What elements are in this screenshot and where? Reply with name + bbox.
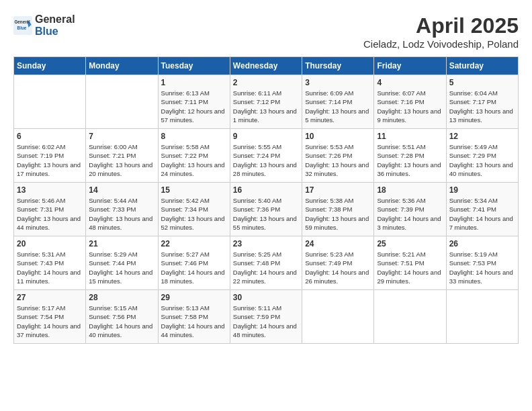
calendar-cell: 19Sunrise: 5:34 AM Sunset: 7:41 PM Dayli…	[446, 183, 518, 236]
day-info: Sunrise: 5:42 AM Sunset: 7:34 PM Dayligh…	[161, 196, 227, 232]
calendar-cell: 21Sunrise: 5:29 AM Sunset: 7:44 PM Dayli…	[86, 236, 158, 290]
day-number: 13	[17, 185, 83, 195]
calendar-cell: 26Sunrise: 5:19 AM Sunset: 7:53 PM Dayli…	[446, 236, 518, 290]
day-number: 18	[377, 185, 443, 195]
calendar-cell	[86, 75, 158, 129]
day-info: Sunrise: 5:40 AM Sunset: 7:36 PM Dayligh…	[233, 196, 299, 232]
day-info: Sunrise: 5:13 AM Sunset: 7:58 PM Dayligh…	[161, 304, 227, 339]
day-info: Sunrise: 6:02 AM Sunset: 7:19 PM Dayligh…	[17, 142, 83, 178]
calendar-cell: 4Sunrise: 6:07 AM Sunset: 7:16 PM Daylig…	[374, 75, 446, 129]
day-number: 21	[89, 239, 154, 248]
day-header-sunday: Sunday	[14, 57, 86, 75]
day-info: Sunrise: 5:46 AM Sunset: 7:31 PM Dayligh…	[17, 196, 83, 232]
day-number: 28	[89, 293, 154, 302]
calendar-cell: 30Sunrise: 5:11 AM Sunset: 7:59 PM Dayli…	[230, 290, 302, 344]
day-number: 23	[233, 239, 299, 248]
week-row-5: 27Sunrise: 5:17 AM Sunset: 7:54 PM Dayli…	[14, 290, 519, 344]
logo-icon: General Blue	[13, 16, 32, 35]
day-number: 6	[17, 132, 83, 141]
day-number: 2	[233, 78, 299, 87]
day-info: Sunrise: 5:38 AM Sunset: 7:38 PM Dayligh…	[305, 196, 371, 232]
day-info: Sunrise: 5:49 AM Sunset: 7:29 PM Dayligh…	[449, 142, 515, 178]
calendar-cell	[374, 290, 446, 344]
day-number: 29	[161, 293, 227, 302]
day-number: 26	[449, 239, 515, 248]
calendar-cell: 10Sunrise: 5:53 AM Sunset: 7:26 PM Dayli…	[302, 129, 374, 183]
day-info: Sunrise: 6:00 AM Sunset: 7:21 PM Dayligh…	[89, 142, 154, 178]
calendar-cell: 28Sunrise: 5:15 AM Sunset: 7:56 PM Dayli…	[86, 290, 158, 344]
day-info: Sunrise: 5:36 AM Sunset: 7:39 PM Dayligh…	[377, 196, 443, 232]
svg-text:Blue: Blue	[17, 26, 27, 30]
day-info: Sunrise: 5:58 AM Sunset: 7:22 PM Dayligh…	[161, 142, 227, 178]
day-info: Sunrise: 5:19 AM Sunset: 7:53 PM Dayligh…	[449, 250, 515, 285]
day-number: 10	[305, 132, 371, 141]
calendar-cell: 7Sunrise: 6:00 AM Sunset: 7:21 PM Daylig…	[86, 129, 158, 183]
day-number: 19	[449, 185, 515, 195]
logo-blue-text: Blue	[35, 26, 58, 37]
calendar-cell	[446, 290, 518, 344]
day-number: 12	[449, 132, 515, 141]
calendar-cell	[302, 290, 374, 344]
day-info: Sunrise: 5:53 AM Sunset: 7:26 PM Dayligh…	[305, 142, 371, 178]
calendar-cell: 14Sunrise: 5:44 AM Sunset: 7:33 PM Dayli…	[86, 183, 158, 236]
day-number: 17	[305, 185, 371, 195]
day-number: 25	[377, 239, 443, 248]
calendar-cell: 22Sunrise: 5:27 AM Sunset: 7:46 PM Dayli…	[158, 236, 230, 290]
day-number: 14	[89, 185, 154, 195]
day-header-saturday: Saturday	[446, 57, 518, 75]
header: General Blue General Blue April 2025 Cie…	[13, 13, 519, 50]
calendar-cell: 9Sunrise: 5:55 AM Sunset: 7:24 PM Daylig…	[230, 129, 302, 183]
day-info: Sunrise: 5:34 AM Sunset: 7:41 PM Dayligh…	[449, 196, 515, 232]
day-info: Sunrise: 5:21 AM Sunset: 7:51 PM Dayligh…	[377, 250, 443, 285]
day-info: Sunrise: 5:29 AM Sunset: 7:44 PM Dayligh…	[89, 250, 154, 285]
day-number: 8	[161, 132, 227, 141]
day-headers-row: SundayMondayTuesdayWednesdayThursdayFrid…	[14, 57, 519, 75]
day-info: Sunrise: 5:23 AM Sunset: 7:49 PM Dayligh…	[305, 250, 371, 285]
day-number: 30	[233, 293, 299, 302]
calendar-table: SundayMondayTuesdayWednesdayThursdayFrid…	[13, 56, 519, 344]
day-info: Sunrise: 6:04 AM Sunset: 7:17 PM Dayligh…	[449, 89, 515, 124]
day-number: 16	[233, 185, 299, 195]
calendar-cell: 18Sunrise: 5:36 AM Sunset: 7:39 PM Dayli…	[374, 183, 446, 236]
calendar-cell: 6Sunrise: 6:02 AM Sunset: 7:19 PM Daylig…	[14, 129, 86, 183]
week-row-4: 20Sunrise: 5:31 AM Sunset: 7:43 PM Dayli…	[14, 236, 519, 290]
calendar-cell: 2Sunrise: 6:11 AM Sunset: 7:12 PM Daylig…	[230, 75, 302, 129]
day-info: Sunrise: 6:11 AM Sunset: 7:12 PM Dayligh…	[233, 89, 299, 124]
calendar-cell: 17Sunrise: 5:38 AM Sunset: 7:38 PM Dayli…	[302, 183, 374, 236]
day-info: Sunrise: 5:27 AM Sunset: 7:46 PM Dayligh…	[161, 250, 227, 285]
day-header-tuesday: Tuesday	[158, 57, 230, 75]
day-number: 4	[377, 78, 443, 87]
week-row-3: 13Sunrise: 5:46 AM Sunset: 7:31 PM Dayli…	[14, 183, 519, 236]
logo-general-text: General	[35, 13, 75, 25]
calendar-cell: 13Sunrise: 5:46 AM Sunset: 7:31 PM Dayli…	[14, 183, 86, 236]
day-number: 24	[305, 239, 371, 248]
calendar-cell: 1Sunrise: 6:13 AM Sunset: 7:11 PM Daylig…	[158, 75, 230, 129]
day-number: 7	[89, 132, 154, 141]
day-header-thursday: Thursday	[302, 57, 374, 75]
day-number: 27	[17, 293, 83, 302]
calendar-cell	[14, 75, 86, 129]
calendar-cell: 3Sunrise: 6:09 AM Sunset: 7:14 PM Daylig…	[302, 75, 374, 129]
day-info: Sunrise: 5:44 AM Sunset: 7:33 PM Dayligh…	[89, 196, 154, 232]
day-header-wednesday: Wednesday	[230, 57, 302, 75]
day-number: 22	[161, 239, 227, 248]
day-number: 15	[161, 185, 227, 195]
day-info: Sunrise: 6:09 AM Sunset: 7:14 PM Dayligh…	[305, 89, 371, 124]
calendar-cell: 24Sunrise: 5:23 AM Sunset: 7:49 PM Dayli…	[302, 236, 374, 290]
title-area: April 2025 Cieladz, Lodz Voivodeship, Po…	[363, 13, 519, 50]
calendar-cell: 29Sunrise: 5:13 AM Sunset: 7:58 PM Dayli…	[158, 290, 230, 344]
calendar-cell: 20Sunrise: 5:31 AM Sunset: 7:43 PM Dayli…	[14, 236, 86, 290]
week-row-2: 6Sunrise: 6:02 AM Sunset: 7:19 PM Daylig…	[14, 129, 519, 183]
location-title: Cieladz, Lodz Voivodeship, Poland	[363, 38, 519, 50]
day-number: 3	[305, 78, 371, 87]
day-number: 9	[233, 132, 299, 141]
day-header-friday: Friday	[374, 57, 446, 75]
day-info: Sunrise: 5:51 AM Sunset: 7:28 PM Dayligh…	[377, 142, 443, 178]
day-info: Sunrise: 5:31 AM Sunset: 7:43 PM Dayligh…	[17, 250, 83, 285]
calendar-cell: 5Sunrise: 6:04 AM Sunset: 7:17 PM Daylig…	[446, 75, 518, 129]
day-info: Sunrise: 5:55 AM Sunset: 7:24 PM Dayligh…	[233, 142, 299, 178]
calendar-cell: 15Sunrise: 5:42 AM Sunset: 7:34 PM Dayli…	[158, 183, 230, 236]
day-header-monday: Monday	[86, 57, 158, 75]
calendar-cell: 11Sunrise: 5:51 AM Sunset: 7:28 PM Dayli…	[374, 129, 446, 183]
month-title: April 2025	[363, 13, 519, 38]
